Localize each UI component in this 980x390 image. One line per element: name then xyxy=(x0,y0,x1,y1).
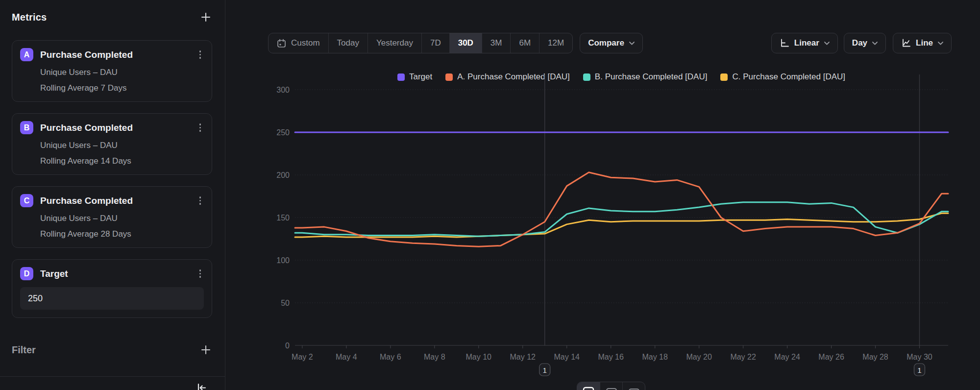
y-axis-label: 200 xyxy=(276,171,290,179)
metric-transform: Rolling Average 7 Days xyxy=(40,83,204,93)
collapse-sidebar-button[interactable] xyxy=(195,381,208,390)
plus-icon xyxy=(200,12,211,23)
plus-icon xyxy=(200,344,211,355)
x-axis-label: May 26 xyxy=(818,353,844,361)
metric-card-c-header: C Purchase Completed xyxy=(20,194,204,207)
chart-size-control xyxy=(577,382,645,390)
chevron-down-icon xyxy=(629,42,635,45)
x-axis-label: May 14 xyxy=(554,353,580,361)
annotation-badge[interactable]: 1 xyxy=(539,364,550,376)
x-axis-label: May 28 xyxy=(862,353,888,361)
chart-type-selector-button[interactable]: Line xyxy=(893,33,952,53)
range-option-30d[interactable]: 30D xyxy=(449,33,482,53)
metric-menu-button[interactable] xyxy=(196,122,204,134)
metric-badge-a: A xyxy=(20,48,33,61)
compare-button[interactable]: Compare xyxy=(580,33,643,53)
x-axis-label: May 16 xyxy=(598,353,624,361)
y-axis-label: 150 xyxy=(276,214,290,222)
metric-title: Purchase Completed xyxy=(40,122,196,133)
x-axis-label: May 10 xyxy=(466,353,492,361)
chevron-down-icon xyxy=(824,42,830,45)
range-option-yesterday[interactable]: Yesterday xyxy=(368,33,421,53)
range-option-label: 12M xyxy=(548,38,564,48)
metric-card-c[interactable]: C Purchase Completed Unique Users – DAU … xyxy=(12,186,212,248)
target-card[interactable]: D Target xyxy=(12,259,212,318)
metric-title: Purchase Completed xyxy=(40,49,196,60)
x-axis-label: May 18 xyxy=(642,353,668,361)
chart-size-option-small[interactable] xyxy=(622,382,645,390)
x-axis-label: May 24 xyxy=(774,353,800,361)
target-title: Target xyxy=(40,268,196,279)
range-option-label: 6M xyxy=(519,38,531,48)
metric-badge-b: B xyxy=(20,121,33,134)
add-metric-button[interactable] xyxy=(199,11,212,24)
metric-transform: Rolling Average 14 Days xyxy=(40,156,204,166)
y-axis-label: 100 xyxy=(276,256,290,265)
line-chart[interactable]: 050100150200250300May 2May 4May 6May 8Ma… xyxy=(226,64,980,390)
range-option-today[interactable]: Today xyxy=(328,33,368,53)
scale-selector-button[interactable]: Linear xyxy=(771,33,838,53)
line-chart-icon xyxy=(901,38,911,48)
range-option-6m[interactable]: 6M xyxy=(510,33,539,53)
filter-header: Filter xyxy=(12,343,212,356)
range-option-label: 7D xyxy=(430,38,441,48)
y-axis-label: 300 xyxy=(276,86,290,94)
chart-toolbar: CustomTodayYesterday7D30D3M6M12M Compare… xyxy=(268,33,952,53)
target-value-input[interactable] xyxy=(20,287,204,310)
annotation-badge-label: 1 xyxy=(543,366,547,374)
metric-measure: Unique Users – DAU xyxy=(40,141,204,150)
x-axis-label: May 8 xyxy=(424,353,445,361)
x-axis-label: May 30 xyxy=(906,353,932,361)
target-card-header: D Target xyxy=(20,267,204,280)
series-line-b xyxy=(295,202,948,237)
add-filter-button[interactable] xyxy=(199,343,212,356)
scale-label: Linear xyxy=(794,38,819,48)
range-option-label: 30D xyxy=(458,38,473,48)
range-option-custom[interactable]: Custom xyxy=(269,33,328,53)
panel-large-icon xyxy=(583,387,594,390)
range-option-label: 3M xyxy=(490,38,502,48)
metric-menu-button[interactable] xyxy=(196,195,204,207)
range-option-3m[interactable]: 3M xyxy=(482,33,511,53)
metrics-dashboard: Metrics A Purchase Completed Unique User… xyxy=(0,0,980,390)
chart-panel: CustomTodayYesterday7D30D3M6M12M Compare… xyxy=(226,0,980,390)
y-axis-label: 0 xyxy=(285,341,290,350)
metric-card-b[interactable]: B Purchase Completed Unique Users – DAU … xyxy=(12,113,212,175)
range-option-label: Custom xyxy=(291,38,320,48)
collapse-left-icon xyxy=(195,381,208,390)
chart-size-option-large[interactable] xyxy=(577,382,600,390)
metric-badge-d: D xyxy=(20,267,33,280)
metric-menu-button[interactable] xyxy=(196,268,204,280)
metric-title: Purchase Completed xyxy=(40,195,196,206)
series-line-a xyxy=(295,213,948,237)
panel-small-icon xyxy=(628,387,640,390)
range-option-7d[interactable]: 7D xyxy=(421,33,449,53)
annotation-badge[interactable]: 1 xyxy=(914,364,925,376)
x-axis-label: May 22 xyxy=(730,353,756,361)
metric-card-a[interactable]: A Purchase Completed Unique Users – DAU … xyxy=(12,40,212,102)
metric-menu-button[interactable] xyxy=(196,49,204,61)
y-axis-label: 50 xyxy=(281,299,290,307)
interval-label: Day xyxy=(852,38,867,48)
metrics-header: Metrics xyxy=(12,11,212,24)
metric-card-a-header: A Purchase Completed xyxy=(20,48,204,61)
chart-type-label: Line xyxy=(916,38,933,48)
chevron-down-icon xyxy=(872,42,878,45)
range-option-label: Yesterday xyxy=(376,38,413,48)
y-axis-label: 250 xyxy=(276,128,290,137)
date-range-control: CustomTodayYesterday7D30D3M6M12M xyxy=(268,33,573,53)
range-option-12m[interactable]: 12M xyxy=(539,33,572,53)
x-axis-label: May 12 xyxy=(510,353,536,361)
metrics-title: Metrics xyxy=(12,12,47,23)
linear-axis-icon xyxy=(780,38,789,48)
interval-selector-button[interactable]: Day xyxy=(844,33,886,53)
range-option-label: Today xyxy=(337,38,359,48)
metric-transform: Rolling Average 28 Days xyxy=(40,229,204,239)
metric-badge-c: C xyxy=(20,194,33,207)
chart-size-option-medium[interactable] xyxy=(600,382,622,390)
x-axis-label: May 6 xyxy=(380,353,401,361)
x-axis-label: May 2 xyxy=(292,353,313,361)
sidebar: Metrics A Purchase Completed Unique User… xyxy=(0,0,225,390)
annotation-badge-label: 1 xyxy=(917,366,921,374)
compare-label: Compare xyxy=(588,38,624,48)
